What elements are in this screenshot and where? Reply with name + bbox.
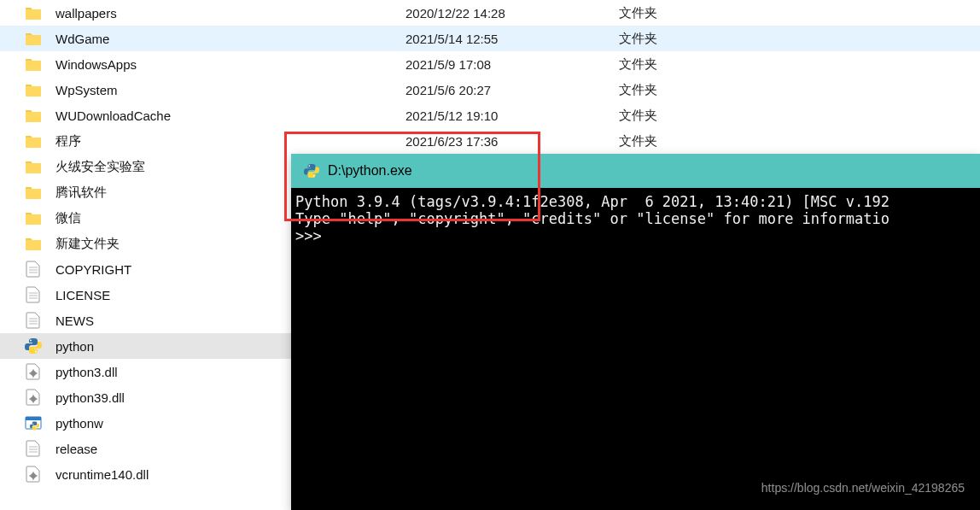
file-type: 文件夹 (619, 133, 747, 149)
file-name: WdGame (55, 32, 405, 46)
console-line-1: Python 3.9.4 (tags/v3.9.4:1f2e308, Apr 6… (295, 193, 890, 210)
dll-file-icon (24, 388, 43, 407)
console-title: D:\python.exe (328, 163, 412, 179)
file-type: 文件夹 (619, 82, 747, 98)
file-date: 2021/5/14 12:55 (405, 32, 619, 46)
folder-icon (24, 80, 43, 99)
file-type: 文件夹 (619, 5, 747, 21)
file-name: WindowsApps (55, 57, 405, 72)
dll-file-icon (24, 362, 43, 381)
text-file-icon (24, 285, 43, 304)
folder-icon (24, 208, 43, 227)
file-name: wallpapers (55, 6, 405, 21)
folder-icon (24, 55, 43, 73)
folder-icon (24, 234, 43, 253)
folder-icon (24, 29, 43, 48)
file-row[interactable]: WpSystem2021/5/6 20:27文件夹 (0, 77, 980, 103)
file-name: WUDownloadCache (55, 108, 405, 123)
folder-icon (24, 132, 43, 150)
file-row[interactable]: wallpapers2020/12/22 14:28文件夹 (0, 0, 980, 26)
file-row[interactable]: 程序2021/6/23 17:36文件夹 (0, 128, 980, 154)
file-date: 2021/6/23 17:36 (405, 134, 619, 149)
text-file-icon (24, 260, 43, 278)
file-type: 文件夹 (619, 56, 747, 73)
file-date: 2021/5/12 19:10 (405, 108, 619, 123)
file-date: 2021/5/9 17:08 (405, 57, 619, 72)
folder-icon (24, 3, 43, 22)
file-row[interactable]: WindowsApps2021/5/9 17:08文件夹 (0, 51, 980, 77)
python-icon (304, 163, 319, 179)
python-icon (24, 337, 43, 355)
file-row[interactable]: WUDownloadCache2021/5/12 19:10文件夹 (0, 103, 980, 128)
console-line-2: Type "help", "copyright", "credits" or "… (295, 210, 890, 227)
file-row[interactable]: WdGame2021/5/14 12:55文件夹 (0, 26, 980, 51)
console-output[interactable]: Python 3.9.4 (tags/v3.9.4:1f2e308, Apr 6… (291, 188, 980, 510)
file-date: 2020/12/22 14:28 (405, 6, 619, 21)
watermark-text: https://blog.csdn.net/weixin_42198265 (761, 481, 965, 495)
folder-icon (24, 106, 43, 125)
dll-file-icon (24, 465, 43, 484)
text-file-icon (24, 439, 43, 458)
folder-icon (24, 157, 43, 176)
file-type: 文件夹 (619, 31, 747, 47)
pythonw-icon (24, 413, 43, 432)
file-name: WpSystem (55, 83, 405, 97)
file-date: 2021/5/6 20:27 (405, 83, 619, 97)
file-type: 文件夹 (619, 108, 747, 124)
file-name: 程序 (55, 133, 405, 149)
console-prompt[interactable]: >>> (295, 227, 322, 244)
folder-icon (24, 183, 43, 202)
console-titlebar[interactable]: D:\python.exe (291, 154, 980, 188)
console-window[interactable]: D:\python.exe Python 3.9.4 (tags/v3.9.4:… (291, 154, 980, 510)
text-file-icon (24, 311, 43, 330)
